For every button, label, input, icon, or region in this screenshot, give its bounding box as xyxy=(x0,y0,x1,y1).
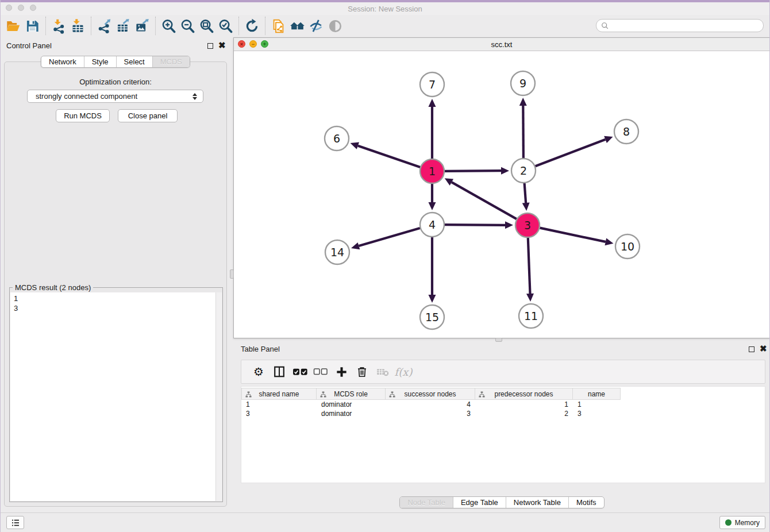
tab-network[interactable]: Network xyxy=(41,56,84,67)
delete-table-icon[interactable] xyxy=(372,362,393,381)
column-sort-icon xyxy=(479,391,485,398)
node-label-2: 2 xyxy=(520,164,527,177)
mcds-panel: Optimization criterion: strongly connect… xyxy=(4,61,227,507)
tab-select[interactable]: Select xyxy=(116,56,152,67)
network-window-titlebar[interactable]: × − + scc.txt xyxy=(234,38,769,51)
run-mcds-button[interactable]: Run MCDS xyxy=(56,109,110,122)
import-network-icon[interactable] xyxy=(49,16,68,36)
memory-button[interactable]: Memory xyxy=(719,516,765,529)
node-label-11: 11 xyxy=(524,310,538,322)
open-session-icon[interactable] xyxy=(4,16,23,36)
node-label-7: 7 xyxy=(429,78,436,91)
criterion-select[interactable]: strongly connected component xyxy=(27,90,203,103)
table-cell[interactable]: dominator xyxy=(317,409,386,418)
control-panel-tabs: NetworkStyleSelectMCDS xyxy=(41,56,190,68)
list-icon xyxy=(10,518,21,528)
tab-edge-table[interactable]: Edge Table xyxy=(453,497,506,508)
column-sort-icon xyxy=(389,391,395,398)
network-canvas[interactable]: 7968124314101511 xyxy=(234,51,769,338)
network-title: scc.txt xyxy=(234,40,769,49)
edge-1-2[interactable] xyxy=(445,171,501,171)
add-column-icon[interactable] xyxy=(331,362,352,381)
edge-3-10[interactable] xyxy=(540,228,606,242)
edge-2-8[interactable] xyxy=(536,140,606,166)
node-label-15: 15 xyxy=(425,311,439,323)
delete-column-icon[interactable] xyxy=(352,362,372,381)
zoom-fit-icon[interactable] xyxy=(197,16,216,36)
export-image-icon[interactable] xyxy=(133,16,152,36)
edge-2-3[interactable] xyxy=(525,183,526,203)
table-cell[interactable]: 3 xyxy=(241,409,317,418)
settings-gear-icon[interactable]: ⚙ xyxy=(248,362,269,381)
table-body: 1dominator4113dominator323 xyxy=(241,400,765,418)
vertical-splitter-handle[interactable] xyxy=(230,269,234,279)
column-header-name[interactable]: name xyxy=(573,388,621,400)
node-label-9: 9 xyxy=(519,77,526,90)
zoom-selected-icon[interactable] xyxy=(216,16,235,36)
mcds-result-area[interactable]: 1 3 xyxy=(10,292,222,501)
float-panel-icon[interactable] xyxy=(749,346,754,352)
edge-4-14[interactable] xyxy=(359,228,420,246)
export-table-icon[interactable] xyxy=(114,16,133,36)
horizontal-splitter-handle[interactable] xyxy=(495,338,502,342)
tab-node-table[interactable]: Node Table xyxy=(400,497,453,508)
import-table-icon[interactable] xyxy=(68,16,87,36)
column-header-predecessor-nodes[interactable]: predecessor nodes xyxy=(475,388,573,400)
apply-function-icon[interactable]: f(x) xyxy=(393,362,414,381)
export-network-icon[interactable] xyxy=(95,16,114,36)
column-header-successor-nodes[interactable]: successor nodes xyxy=(386,388,475,400)
arrowhead-3-11 xyxy=(526,294,534,302)
column-sort-icon xyxy=(245,391,252,398)
tab-style[interactable]: Style xyxy=(84,56,116,67)
task-history-button[interactable] xyxy=(6,516,24,529)
column-header-MCDS-role[interactable]: MCDS role xyxy=(317,388,386,400)
toggle-column-panel-icon[interactable] xyxy=(269,362,290,381)
float-panel-icon[interactable] xyxy=(207,43,213,49)
arrowhead-4-15 xyxy=(429,295,436,303)
control-panel: Control Panel ✖ NetworkStyleSelectMCDS O… xyxy=(1,37,230,510)
table-cell[interactable]: dominator xyxy=(317,400,386,409)
table-cell[interactable]: 1 xyxy=(573,400,621,409)
zoom-in-icon[interactable] xyxy=(159,16,178,36)
search-field[interactable] xyxy=(596,19,764,32)
table-cell[interactable]: 2 xyxy=(475,409,573,418)
optimization-criterion-label: Optimization criterion: xyxy=(5,78,226,86)
toolbar-separator xyxy=(91,17,91,35)
table-row[interactable]: 3dominator323 xyxy=(241,409,765,418)
deselect-all-rows-icon[interactable] xyxy=(310,362,331,381)
table-cell[interactable]: 1 xyxy=(241,400,317,409)
select-all-rows-icon[interactable] xyxy=(290,362,310,381)
new-network-from-selection-icon[interactable] xyxy=(269,16,288,36)
table-cell[interactable]: 4 xyxy=(386,400,475,409)
close-panel-icon[interactable]: ✖ xyxy=(218,40,226,51)
save-session-icon[interactable] xyxy=(23,16,42,36)
edge-3-11[interactable] xyxy=(528,238,530,294)
edge-3-1[interactable] xyxy=(452,182,517,219)
tab-motifs[interactable]: Motifs xyxy=(568,497,604,508)
search-input[interactable] xyxy=(612,22,759,30)
node-label-1: 1 xyxy=(429,165,436,178)
edge-4-3[interactable] xyxy=(445,225,505,225)
arrowhead-4-3 xyxy=(505,221,513,229)
tab-mcds[interactable]: MCDS xyxy=(152,56,190,67)
show-hidden-icon[interactable] xyxy=(326,16,345,36)
window-titlebar[interactable]: Session: New Session xyxy=(1,2,769,15)
column-header-shared-name[interactable]: shared name xyxy=(241,388,317,400)
first-neighbors-icon[interactable] xyxy=(288,16,307,36)
table-cell[interactable]: 1 xyxy=(475,400,573,409)
apply-layout-icon[interactable] xyxy=(242,16,261,36)
edge-1-6[interactable] xyxy=(358,146,420,167)
window-title: Session: New Session xyxy=(1,5,769,13)
result-scrollbar[interactable] xyxy=(215,292,222,501)
arrowhead-1-2 xyxy=(501,167,509,175)
table-row[interactable]: 1dominator411 xyxy=(241,400,765,409)
hide-selected-icon[interactable] xyxy=(307,16,326,36)
table-cell[interactable]: 3 xyxy=(573,409,621,418)
edge-2-9[interactable] xyxy=(523,106,523,158)
close-panel-icon[interactable]: ✖ xyxy=(760,344,767,354)
tab-network-table[interactable]: Network Table xyxy=(506,497,568,508)
zoom-out-icon[interactable] xyxy=(178,16,197,36)
close-panel-button[interactable]: Close panel xyxy=(118,109,178,122)
column-sort-icon xyxy=(320,391,326,398)
table-cell[interactable]: 3 xyxy=(386,409,475,418)
